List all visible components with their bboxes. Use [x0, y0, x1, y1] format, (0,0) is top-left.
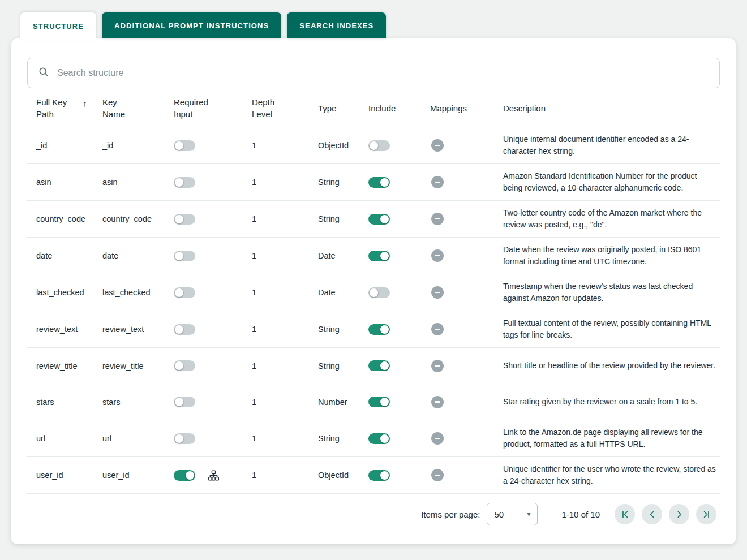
column-header-full-key-path[interactable]: Full Key Path ↑ — [27, 96, 102, 120]
required-input-toggle[interactable] — [174, 251, 195, 261]
required-input-toggle[interactable] — [174, 287, 195, 298]
cell-depth-level: 1 — [252, 434, 318, 443]
cell-type: String — [318, 178, 368, 187]
cell-include — [368, 177, 430, 188]
toggle-knob — [175, 325, 183, 334]
column-header-type: Type — [318, 102, 368, 114]
mappings-disabled-icon[interactable] — [431, 360, 444, 372]
cell-mappings — [430, 286, 503, 299]
mappings-disabled-icon[interactable] — [431, 286, 444, 299]
cell-type: ObjectId — [318, 141, 368, 150]
include-toggle[interactable] — [368, 397, 390, 407]
table-row: asinasin1StringAmazon Standard Identific… — [27, 164, 720, 201]
table-row: urlurl1StringLink to the Amazon.de page … — [27, 420, 720, 457]
first-page-button[interactable] — [615, 504, 635, 524]
toggle-knob — [380, 361, 389, 370]
required-input-toggle[interactable] — [174, 360, 195, 371]
include-toggle[interactable] — [368, 433, 390, 444]
mappings-disabled-icon[interactable] — [431, 176, 444, 188]
cell-required-input — [174, 433, 252, 444]
cell-mappings — [430, 213, 503, 225]
table-row: review_titlereview_title1StringShort tit… — [27, 348, 720, 384]
cell-key-name: _id — [102, 141, 174, 150]
mappings-disabled-icon[interactable] — [431, 432, 444, 445]
include-toggle[interactable] — [368, 470, 390, 481]
required-input-toggle[interactable] — [174, 177, 195, 188]
cell-key-name: user_id — [102, 471, 174, 480]
column-header-label: Key Name — [102, 96, 133, 120]
table-row: review_textreview_text1StringFull textua… — [27, 311, 720, 348]
mappings-disabled-icon[interactable] — [431, 396, 444, 408]
cell-required-input — [174, 251, 252, 261]
cell-mappings — [430, 469, 503, 481]
pagination-buttons — [615, 504, 716, 524]
cell-required-input — [174, 397, 252, 407]
mappings-disabled-icon[interactable] — [431, 213, 444, 225]
cell-depth-level: 1 — [252, 251, 318, 260]
table-body: _id_id1ObjectIdUnique internal document … — [27, 127, 720, 494]
previous-page-button[interactable] — [642, 504, 662, 524]
column-header-label: Include — [368, 102, 396, 114]
cell-include — [368, 140, 430, 151]
toggle-knob — [380, 325, 389, 334]
mappings-disabled-icon[interactable] — [431, 323, 444, 335]
cell-full-key-path: review_text — [27, 325, 102, 334]
tab-bar: STRUCTURE ADDITIONAL PROMPT INSTRUCTIONS… — [20, 12, 736, 38]
toggle-knob — [186, 471, 194, 480]
include-toggle[interactable] — [368, 140, 390, 151]
column-header-label: Required Input — [174, 96, 222, 120]
required-input-toggle[interactable] — [174, 470, 195, 481]
toggle-knob — [175, 252, 183, 260]
cell-key-name: review_title — [102, 361, 174, 371]
cell-mappings — [430, 323, 503, 335]
cell-include — [368, 324, 430, 335]
include-toggle[interactable] — [368, 360, 390, 371]
toggle-knob — [175, 141, 183, 150]
include-toggle[interactable] — [368, 251, 390, 261]
toggle-knob — [370, 141, 378, 150]
cell-depth-level: 1 — [252, 178, 318, 187]
mappings-disabled-icon[interactable] — [431, 139, 444, 152]
column-header-label: Mappings — [430, 102, 467, 114]
column-header-label: Depth Level — [252, 96, 285, 120]
cell-key-name: date — [102, 251, 174, 260]
cell-full-key-path: stars — [27, 398, 102, 407]
search-input[interactable] — [56, 67, 709, 79]
include-toggle[interactable] — [368, 287, 390, 298]
cell-include — [368, 251, 430, 261]
required-input-toggle[interactable] — [174, 214, 195, 225]
mappings-disabled-icon[interactable] — [431, 249, 444, 262]
cell-required-input — [174, 287, 252, 298]
column-header-label: Type — [318, 102, 337, 114]
cell-depth-level: 1 — [252, 398, 318, 407]
tab-structure[interactable]: STRUCTURE — [20, 12, 96, 40]
include-toggle[interactable] — [368, 324, 390, 335]
include-toggle[interactable] — [368, 214, 390, 225]
required-input-toggle[interactable] — [174, 397, 195, 407]
toggle-knob — [380, 471, 389, 480]
previous-page-icon — [647, 510, 657, 519]
next-page-icon — [675, 510, 684, 519]
required-input-toggle[interactable] — [174, 324, 195, 335]
items-per-page-select[interactable]: 50 ▾ — [487, 503, 538, 525]
next-page-button[interactable] — [669, 504, 689, 524]
cell-required-input — [174, 214, 252, 225]
required-input-toggle[interactable] — [174, 140, 195, 151]
cell-type: ObjectId — [318, 471, 368, 480]
cell-include — [368, 397, 430, 407]
cell-required-input — [174, 360, 252, 371]
tab-additional-prompt-instructions[interactable]: ADDITIONAL PROMPT INSTRUCTIONS — [102, 12, 281, 38]
tab-search-indexes[interactable]: SEARCH INDEXES — [287, 12, 386, 38]
cell-mappings — [430, 396, 503, 408]
table-row: datedate1DateDate when the review was or… — [27, 238, 720, 274]
table-row: _id_id1ObjectIdUnique internal document … — [27, 127, 720, 164]
table-footer: Items per page: 50 ▾ 1-10 of 10 — [27, 494, 720, 541]
table-row: user_iduser_id1ObjectIdUnique identifier… — [27, 457, 720, 494]
required-input-toggle[interactable] — [174, 433, 195, 444]
cell-mappings — [430, 432, 503, 445]
mappings-disabled-icon[interactable] — [431, 469, 444, 481]
include-toggle[interactable] — [368, 177, 390, 188]
last-page-button[interactable] — [696, 504, 716, 524]
table-row: country_codecountry_code1StringTwo-lette… — [27, 201, 720, 238]
toggle-knob — [380, 215, 389, 223]
